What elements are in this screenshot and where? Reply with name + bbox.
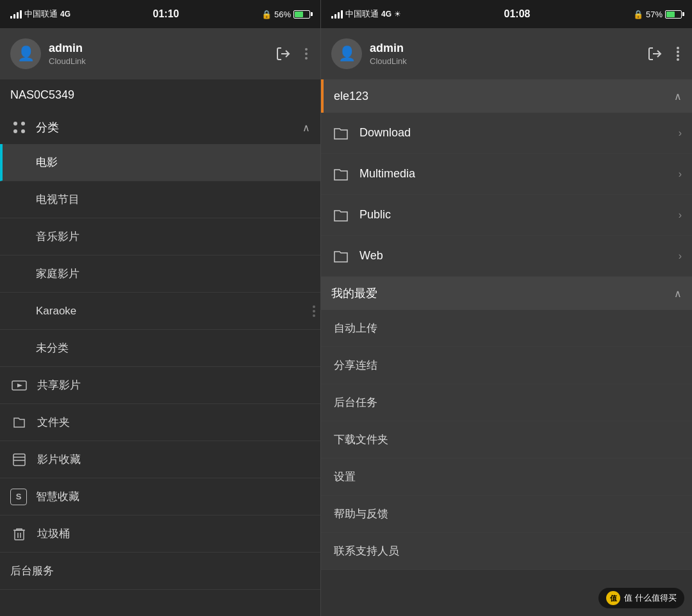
sidebar-item-smart-label: 智慧收藏	[36, 489, 79, 504]
folder-download[interactable]: Download ›	[321, 113, 692, 154]
menu-background-task[interactable]: 后台任务	[321, 384, 692, 421]
folder-web-chevron: ›	[679, 250, 682, 262]
sidebar-item-collection-label: 影片收藏	[37, 452, 81, 467]
folder-public-label: Public	[359, 208, 670, 222]
folder-web-icon	[331, 247, 350, 266]
signal-bars-right	[331, 10, 343, 19]
favorites-chevron-icon: ∧	[674, 288, 682, 300]
sidebar-item-unclassified-label: 未分类	[36, 341, 69, 355]
menu-auto-upload[interactable]: 自动上传	[321, 310, 692, 347]
logout-button-left[interactable]	[272, 42, 295, 65]
shared-movies-icon	[10, 377, 28, 394]
lock-icon-left: 🔒	[261, 10, 272, 19]
profile-name-left: admin	[49, 42, 264, 55]
svg-rect-10	[15, 530, 24, 540]
sidebar-item-unclassified[interactable]: 未分类	[0, 330, 320, 367]
nas-title: NAS0C5349	[0, 79, 320, 111]
menu-help-label: 帮助与反馈	[334, 507, 388, 521]
folder-public-icon	[331, 206, 350, 225]
profile-name-right: admin	[370, 42, 636, 55]
menu-background-task-label: 后台任务	[334, 395, 377, 410]
menu-settings[interactable]: 设置	[321, 458, 692, 496]
bar4	[20, 10, 22, 19]
profile-info-left: admin CloudLink	[49, 42, 264, 66]
profile-header-left: 👤 admin CloudLink	[0, 28, 320, 79]
menu-settings-label: 设置	[334, 469, 356, 484]
trash-icon	[10, 525, 28, 543]
rbar1	[331, 16, 333, 19]
left-panel: 中国联通 4G 01:10 🔒 56% 👤 admin CloudLink	[0, 0, 320, 616]
bar1	[10, 16, 12, 19]
favorites-header[interactable]: 我的最爱 ∧	[321, 277, 692, 310]
folder-multimedia-label: Multimedia	[359, 167, 670, 181]
sidebar-item-collection[interactable]: 影片收藏	[0, 441, 320, 478]
folder-web[interactable]: Web ›	[321, 236, 692, 277]
sidebar-item-family[interactable]: 家庭影片	[0, 255, 320, 293]
battery-pct-right: 57%	[646, 10, 663, 19]
avatar-right: 👤	[331, 38, 362, 69]
folder-download-label: Download	[359, 126, 670, 140]
menu-dots-left[interactable]	[302, 45, 310, 62]
sidebar-item-shared-movies[interactable]: 共享影片	[0, 367, 320, 404]
network-left: 4G	[60, 10, 70, 19]
status-bar-right: 中国联通 4G ☀ 01:08 🔒 57%	[321, 0, 692, 28]
battery-fill-left	[295, 12, 303, 17]
sidebar-item-smart[interactable]: S 智慧收藏	[0, 478, 320, 515]
battery-area-right: 🔒 57%	[633, 10, 682, 19]
ele123-header[interactable]: ele123 ∧	[321, 79, 692, 113]
sidebar-item-files[interactable]: 文件夹	[0, 404, 320, 441]
menu-download-folder[interactable]: 下载文件夹	[321, 421, 692, 458]
left-scroll: 电影 电视节目 音乐影片 家庭影片 Karaoke 未分类	[0, 144, 320, 616]
profile-info-right: admin CloudLink	[370, 42, 636, 66]
folder-web-label: Web	[359, 249, 670, 263]
sidebar-item-movies[interactable]: 电影	[0, 144, 320, 181]
folder-public[interactable]: Public ›	[321, 195, 692, 236]
status-bar-left: 中国联通 4G 01:10 🔒 56%	[0, 0, 320, 28]
sidebar-item-shared-movies-label: 共享影片	[37, 378, 81, 393]
rbar4	[341, 10, 343, 19]
sidebar-item-backend-label: 后台服务	[10, 563, 54, 578]
svg-point-4	[21, 129, 25, 133]
menu-share-link[interactable]: 分享连结	[321, 347, 692, 384]
categories-chevron-icon: ∧	[302, 122, 310, 134]
svg-point-2	[21, 122, 25, 126]
categories-icon	[10, 118, 28, 136]
folder-multimedia[interactable]: Multimedia ›	[321, 154, 692, 195]
profile-subtitle-right: CloudLink	[370, 56, 636, 66]
bar3	[17, 12, 19, 19]
lock-icon-right: 🔒	[633, 10, 643, 19]
ele123-label: ele123	[334, 90, 674, 103]
signal-right: 中国联通 4G ☀	[331, 8, 401, 20]
network-right: 4G	[381, 10, 391, 19]
ele123-chevron-icon: ∧	[674, 90, 682, 102]
menu-help[interactable]: 帮助与反馈	[321, 496, 692, 533]
sidebar-item-trash[interactable]: 垃圾桶	[0, 515, 320, 553]
menu-dots-right[interactable]	[674, 44, 682, 63]
sidebar-item-files-label: 文件夹	[37, 415, 70, 430]
logout-button-right[interactable]	[643, 42, 666, 65]
sidebar-item-music[interactable]: 音乐影片	[0, 218, 320, 255]
sidebar-item-backend[interactable]: 后台服务	[0, 553, 320, 590]
sidebar-item-karaoke-label: Karaoke	[36, 305, 76, 318]
menu-share-link-label: 分享连结	[334, 358, 377, 373]
menu-download-folder-label: 下载文件夹	[334, 432, 388, 447]
sidebar-item-karaoke[interactable]: Karaoke	[0, 293, 320, 330]
battery-fill-right	[666, 12, 675, 17]
svg-rect-7	[13, 454, 25, 466]
carrier-left: 中国联通	[24, 8, 58, 20]
signal-bars-left	[10, 10, 22, 19]
sidebar-item-family-label: 家庭影片	[36, 266, 79, 281]
collection-icon	[10, 451, 28, 469]
battery-icon-left	[293, 10, 310, 19]
svg-point-1	[13, 122, 17, 126]
right-panel: 中国联通 4G ☀ 01:08 🔒 57% 👤 admin CloudLink	[320, 0, 692, 616]
svg-marker-6	[17, 384, 22, 387]
battery-area-left: 🔒 56%	[261, 10, 310, 19]
menu-contact-label: 联系支持人员	[334, 544, 399, 558]
folder-multimedia-icon	[331, 165, 350, 184]
menu-auto-upload-label: 自动上传	[334, 321, 377, 336]
sidebar-item-tv[interactable]: 电视节目	[0, 181, 320, 218]
categories-header[interactable]: 分类 ∧	[0, 111, 320, 144]
avatar-left: 👤	[10, 38, 41, 69]
menu-contact[interactable]: 联系支持人员	[321, 533, 692, 570]
